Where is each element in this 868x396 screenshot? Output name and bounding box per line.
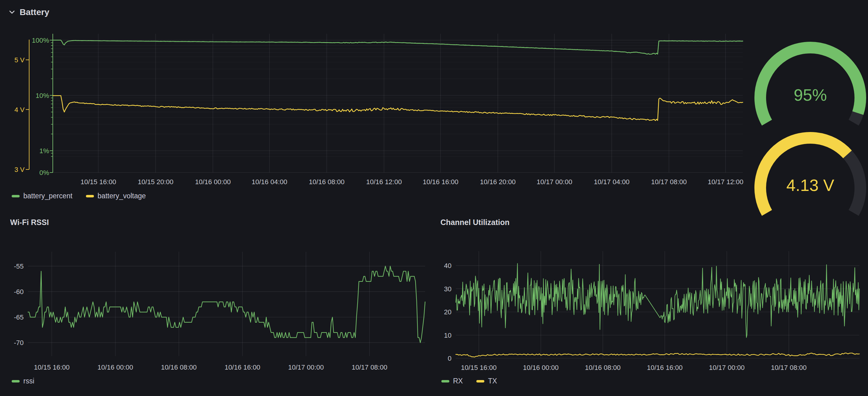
battery_percent_gauge-panel: 95% (760, 48, 860, 122)
battery-y-tick-label: 100% (32, 36, 49, 44)
legend-item-rssi[interactable]: rssi (12, 377, 34, 385)
legend-series-swatch (476, 380, 484, 383)
battery-x-tick-label: 10/17 00:00 (536, 178, 572, 186)
channel_utilization-x-tick-label: 10/16 00:00 (523, 364, 559, 371)
battery-y-tick-label: 3 V (14, 166, 25, 174)
row-title: Battery (20, 7, 49, 17)
wifi_rssi-y-tick-label: -55 (14, 263, 24, 270)
battery-y-tick-label: 4 V (14, 106, 25, 114)
channel_utilization-y-tick-label: 0 (448, 355, 452, 362)
battery_percent_gauge-track (854, 113, 858, 122)
battery-x-tick-label: 10/17 04:00 (594, 178, 629, 186)
channel_utilization-x-tick-label: 10/17 00:00 (709, 364, 745, 371)
wifi_rssi-y-tick-label: -70 (14, 339, 24, 346)
channel_utilization-x-tick-label: 10/17 08:00 (771, 364, 807, 371)
battery-x-tick-label: 10/15 20:00 (138, 178, 174, 186)
legend-item-RX[interactable]: RX (441, 377, 463, 385)
channel_utilization-panel: 40302010010/15 16:0010/16 00:0010/16 08:… (444, 251, 859, 371)
battery-y-tick-label: 1% (39, 147, 49, 155)
battery-y-tick-label: 0% (39, 169, 49, 177)
wifi_rssi-x-tick-label: 10/17 08:00 (352, 363, 388, 371)
wifi-rssi-legend: rssi (12, 377, 34, 385)
channel_utilization-y-tick-label: 10 (444, 332, 452, 339)
legend-series-label: RX (453, 377, 463, 385)
channel_utilization-y-tick-label: 30 (444, 285, 452, 293)
wifi_rssi-x-tick-label: 10/15 16:00 (34, 363, 70, 371)
wifi_rssi-y-tick-label: -65 (14, 313, 24, 321)
wifi_rssi-plot-area[interactable] (28, 252, 425, 356)
battery-x-tick-label: 10/16 00:00 (195, 178, 230, 186)
battery_voltage_gauge-arc (760, 138, 847, 213)
legend-series-swatch (441, 380, 450, 383)
legend-series-swatch (86, 195, 94, 197)
channel_utilization-x-tick-label: 10/16 16:00 (647, 364, 683, 371)
legend-series-swatch (12, 380, 20, 383)
battery-x-tick-label: 10/16 04:00 (252, 178, 287, 186)
wifi_rssi-panel: -55-60-65-7010/15 16:0010/16 00:0010/16 … (14, 252, 425, 371)
wifi_rssi-y-tick-label: -60 (14, 288, 24, 296)
channel_utilization-x-tick-label: 10/16 08:00 (585, 364, 621, 371)
legend-series-swatch (12, 195, 20, 197)
battery-x-tick-label: 10/16 16:00 (423, 178, 458, 186)
battery-x-tick-label: 10/16 20:00 (480, 178, 516, 186)
channel_utilization-x-tick-label: 10/15 16:00 (461, 364, 497, 371)
battery-x-tick-label: 10/15 16:00 (81, 178, 116, 186)
legend-item-battery_percent[interactable]: battery_percent (12, 192, 72, 200)
battery-chart-legend: battery_percentbattery_voltage (12, 192, 146, 200)
battery-y-tick-label: 5 V (14, 56, 25, 64)
channel-utilization-panel-title[interactable]: Channel Utilization (440, 218, 509, 227)
wifi_rssi-x-tick-label: 10/17 00:00 (288, 363, 324, 371)
channel_utilization-plot-area[interactable] (456, 251, 859, 358)
battery-panel: 100%10%1%0%5 V4 V3 V10/15 16:0010/15 20:… (14, 34, 743, 186)
legend-item-battery_voltage[interactable]: battery_voltage (86, 192, 146, 200)
legend-series-label: battery_voltage (98, 192, 146, 200)
wifi-rssi-panel-title[interactable]: Wi-Fi RSSI (10, 218, 49, 227)
battery-y-tick-label: 10% (36, 92, 49, 99)
chevron-down-icon (9, 10, 16, 14)
dashboard: 100%10%1%0%5 V4 V3 V10/15 16:0010/15 20:… (0, 0, 868, 396)
legend-item-TX[interactable]: TX (476, 377, 497, 385)
battery_voltage_gauge-value: 4.13 V (786, 176, 834, 194)
wifi_rssi-x-tick-label: 10/16 00:00 (98, 363, 133, 371)
battery-x-tick-label: 10/17 08:00 (651, 178, 687, 186)
legend-series-label: battery_percent (23, 192, 72, 200)
battery-x-tick-label: 10/17 12:00 (708, 178, 743, 186)
channel_utilization-y-tick-label: 20 (444, 308, 452, 316)
battery_voltage_gauge-panel: 4.13 V (760, 138, 860, 213)
wifi_rssi-x-tick-label: 10/16 08:00 (161, 363, 197, 371)
battery_percent_gauge-value: 95% (794, 86, 827, 104)
battery-x-tick-label: 10/16 12:00 (366, 178, 402, 186)
battery-plot-area[interactable] (53, 34, 743, 173)
legend-series-label: TX (488, 377, 497, 385)
wifi_rssi-x-tick-label: 10/16 16:00 (225, 363, 260, 371)
legend-series-label: rssi (23, 377, 34, 385)
battery_voltage_gauge-track (847, 154, 860, 213)
channel_utilization-y-tick-label: 40 (444, 262, 452, 270)
battery-x-tick-label: 10/16 08:00 (309, 178, 344, 186)
channel-utilization-legend: RXTX (441, 377, 497, 385)
row-header-battery[interactable]: Battery (9, 7, 49, 17)
battery_percent_gauge-arc (760, 48, 860, 122)
